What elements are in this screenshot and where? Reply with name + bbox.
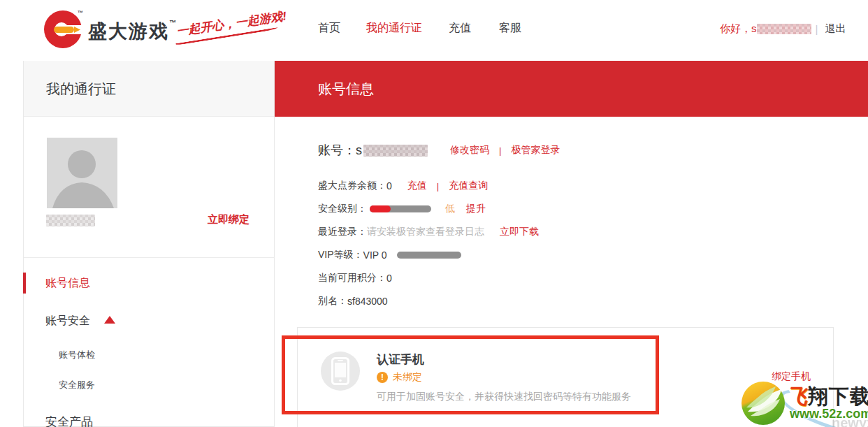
censored-username xyxy=(757,24,811,34)
top-nav: 首页 我的通行证 充值 客服 xyxy=(318,21,521,36)
balance-label: 盛大点券余额： xyxy=(318,180,386,192)
sidebar-item-account-checkup[interactable]: 账号体检 xyxy=(24,349,274,361)
change-password-link[interactable]: 修改密码 xyxy=(450,144,489,157)
points-row: 当前可用积分： 0 xyxy=(318,272,392,284)
logout-link[interactable]: 退出 xyxy=(825,22,846,36)
top-header: ™ 盛大游戏™ 一起开心，一起游戏! 首页 我的通行证 充值 客服 你好，s |… xyxy=(0,0,868,61)
profile-section: 立即绑定 xyxy=(24,117,274,258)
improve-security-link[interactable]: 提升 xyxy=(466,203,486,215)
vip-row: VIP等级： VIP 0 xyxy=(318,249,461,261)
recharge-query-link[interactable]: 充值查询 xyxy=(449,180,488,192)
recharge-link[interactable]: 充值 xyxy=(407,180,427,192)
censored-profile-name xyxy=(46,215,95,226)
watermark-title-rest: 翔下载 xyxy=(808,385,868,407)
recent-login-hint: 请安装极管家查看登录日志 xyxy=(367,226,484,238)
nav-recharge[interactable]: 充值 xyxy=(449,21,471,36)
jiguanjia-login-link[interactable]: 极管家登录 xyxy=(511,144,560,157)
sidebar: 我的通行证 立即绑定 账号信息 账号安全 账号体检 安全服务 安全产品 xyxy=(23,61,275,427)
svg-text:™: ™ xyxy=(78,10,83,16)
warning-icon: ! xyxy=(377,372,388,383)
points-label: 当前可用积分： xyxy=(318,272,386,284)
sidebar-title: 我的通行证 xyxy=(24,61,274,117)
brand-slogan: 一起开心，一起游戏! xyxy=(175,9,282,40)
nav-home[interactable]: 首页 xyxy=(318,21,340,36)
censored-account-id xyxy=(363,145,428,157)
user-bar-divider: | xyxy=(816,23,818,35)
sidebar-item-account-info[interactable]: 账号信息 xyxy=(24,273,274,294)
account-row: 账号： s 修改密码 | 极管家登录 xyxy=(318,142,560,159)
feixiang-download-watermark: 飞翔下载 newyx.net www.52z.com xyxy=(741,379,868,427)
vip-value: VIP 0 xyxy=(363,249,387,261)
account-info-panel: 账号： s 修改密码 | 极管家登录 盛大点券余额： 0 充值 | 充值查询 安… xyxy=(275,117,868,326)
sidebar-menu: 账号信息 账号安全 账号体检 安全服务 安全产品 xyxy=(24,273,274,427)
vip-level-bar xyxy=(397,252,461,259)
sidebar-item-security-products[interactable]: 安全产品 xyxy=(24,414,274,427)
balance-row: 盛大点券余额： 0 充值 | 充值查询 xyxy=(318,180,488,192)
phone-status-text: 未绑定 xyxy=(393,371,422,384)
sidebar-item-label: 账号安全 xyxy=(45,314,90,326)
recent-login-label: 最近登录： xyxy=(318,226,367,238)
security-level-label: 安全级别： xyxy=(318,203,367,215)
account-links-divider: | xyxy=(499,145,501,156)
page-title: 账号信息 xyxy=(318,61,374,117)
content-banner: 账号信息 xyxy=(275,61,868,117)
alias-row: 别名： sf843000 xyxy=(318,295,388,307)
user-greeting: 你好，s xyxy=(720,22,757,36)
recent-login-row: 最近登录： 请安装极管家查看登录日志 立即下载 xyxy=(318,226,539,238)
alias-value: sf843000 xyxy=(347,296,388,307)
page: ™ 盛大游戏™ 一起开心，一起游戏! 首页 我的通行证 充值 客服 你好，s |… xyxy=(0,0,868,427)
alias-label: 别名： xyxy=(318,295,347,307)
balance-links-divider: | xyxy=(437,181,439,191)
user-bar: 你好，s | 退出 xyxy=(720,22,846,36)
security-level-bar-fill xyxy=(370,205,391,212)
leaf-logo-icon xyxy=(741,381,786,426)
account-label: 账号： xyxy=(318,142,356,159)
phone-card-description: 可用于加固账号安全，并获得快速找回密码等特有功能服务 xyxy=(377,391,631,403)
points-value: 0 xyxy=(386,273,392,284)
avatar xyxy=(47,138,117,208)
brand-name: 盛大游戏™ xyxy=(88,19,178,44)
security-level-row: 安全级别： 低 提升 xyxy=(318,203,486,215)
vip-label: VIP等级： xyxy=(318,249,363,261)
nav-customer-service[interactable]: 客服 xyxy=(499,21,521,36)
watermark-fly-glyph: 飞 xyxy=(787,385,808,407)
watermark-site-url: www.52z.com xyxy=(790,407,868,421)
bind-now-link[interactable]: 立即绑定 xyxy=(208,213,249,226)
sidebar-item-security-service[interactable]: 安全服务 xyxy=(24,379,274,391)
account-visible-prefix: s xyxy=(356,143,362,158)
nav-my-passport[interactable]: 我的通行证 xyxy=(366,21,422,36)
collapse-arrow-icon xyxy=(104,316,115,324)
shanda-g-logo-icon: ™ xyxy=(43,9,84,50)
download-now-link[interactable]: 立即下载 xyxy=(500,226,539,238)
phone-status-row: ! 未绑定 xyxy=(377,371,422,384)
security-level-value: 低 xyxy=(445,203,455,215)
security-level-bar xyxy=(370,205,431,212)
balance-value: 0 xyxy=(386,180,392,191)
sidebar-item-account-security[interactable]: 账号安全 xyxy=(24,312,274,329)
phone-card-title: 认证手机 xyxy=(377,352,424,368)
phone-icon xyxy=(321,352,360,391)
